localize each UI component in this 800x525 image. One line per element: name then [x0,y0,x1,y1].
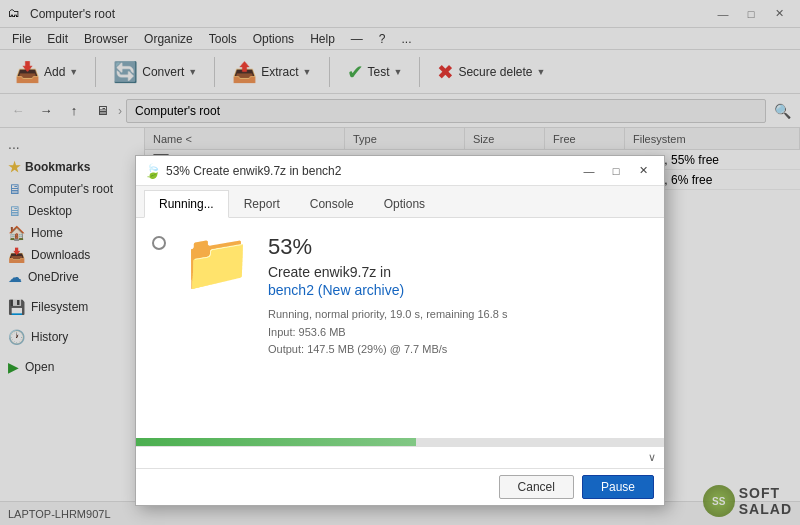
progress-bar-container [136,438,664,446]
dialog-overlay: 🍃 53% Create enwik9.7z in bench2 — □ ✕ R… [0,0,800,525]
expand-arrow-icon[interactable]: ∨ [648,451,656,464]
progress-detail-2: Input: 953.6 MB [268,324,648,342]
progress-detail-3: Output: 147.5 MB (29%) @ 7.7 MB/s [268,341,648,359]
dialog-title-bar: 🍃 53% Create enwik9.7z in bench2 — □ ✕ [136,156,664,186]
cancel-button[interactable]: Cancel [499,475,574,499]
dialog-title-controls: — □ ✕ [576,160,656,182]
pause-button[interactable]: Pause [582,475,654,499]
progress-percent: 53% [268,234,648,260]
dialog-close-button[interactable]: ✕ [630,160,656,182]
tab-console[interactable]: Console [295,190,369,217]
dialog-title-text: 53% Create enwik9.7z in bench2 [166,164,576,178]
dialog-footer: ∨ Cancel Pause [136,446,664,505]
progress-action-line1: Create enwik9.7z in [268,264,648,280]
dialog-title-icon: 🍃 [144,163,160,179]
progress-bar-fill [136,438,416,446]
progress-details: Running, normal priority, 19.0 s, remain… [268,306,648,359]
progress-row: 📁 53% Create enwik9.7z in bench2 (New ar… [152,234,648,359]
expand-row: ∨ [136,447,664,468]
tab-running[interactable]: Running... [144,190,229,218]
progress-info: 53% Create enwik9.7z in bench2 (New arch… [268,234,648,359]
progress-detail-1: Running, normal priority, 19.0 s, remain… [268,306,648,324]
progress-target: bench2 (New archive) [268,282,648,298]
progress-dialog: 🍃 53% Create enwik9.7z in bench2 — □ ✕ R… [135,155,665,506]
dialog-maximize-button[interactable]: □ [603,160,629,182]
dialog-content: 📁 53% Create enwik9.7z in bench2 (New ar… [136,218,664,438]
dialog-minimize-button[interactable]: — [576,160,602,182]
dialog-tabs: Running... Report Console Options [136,186,664,218]
dialog-actions: Cancel Pause [136,468,664,505]
tab-report[interactable]: Report [229,190,295,217]
folder-icon: 📁 [182,234,252,290]
progress-radio[interactable] [152,236,166,250]
tab-options[interactable]: Options [369,190,440,217]
